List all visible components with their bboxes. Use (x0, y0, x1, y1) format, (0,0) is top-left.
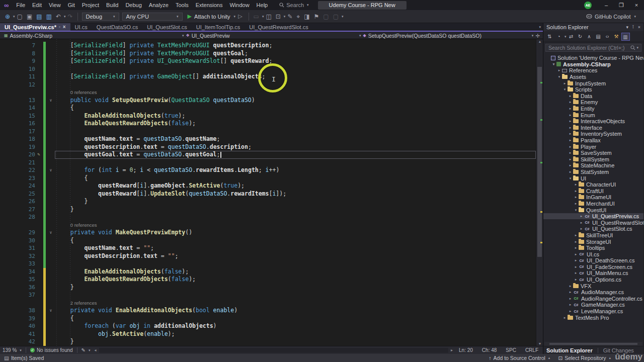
zoom-level-select[interactable]: 139 %▾ (0, 347, 24, 353)
tab-questdataso-cs[interactable]: QuestDataSO.cs (92, 23, 143, 31)
code-line[interactable]: 27 } (0, 206, 536, 214)
chevron-right-icon[interactable]: ▸ (573, 258, 579, 262)
chevron-right-icon[interactable]: ▸ (568, 303, 573, 307)
disabled-tool-icon[interactable]: ▢ (321, 11, 331, 23)
bookmark-icon[interactable]: ⚑ (312, 11, 321, 23)
menu-view[interactable]: View (45, 0, 64, 10)
tree-item-ui-cs[interactable]: ▸C#UI.cs (543, 251, 643, 257)
code-text[interactable]: private void MakeQuestPreviwEmpty() (55, 229, 536, 237)
line-number[interactable]: 15 (0, 112, 35, 120)
tree-item-inventorysystem[interactable]: ▸InventorySystem (543, 131, 643, 137)
line-number[interactable]: 19 (0, 143, 35, 151)
codelens-row[interactable]: 2 references (0, 299, 536, 307)
output-window-icon[interactable]: ◫ (264, 11, 273, 23)
tree-item-references[interactable]: ▸References (543, 67, 643, 74)
code-line[interactable]: 7 [SerializeField] private TextMeshProUG… (0, 42, 536, 50)
preview-selected-items-icon[interactable]: ▥ (621, 33, 630, 41)
code-text[interactable]: } (55, 284, 536, 292)
account-avatar[interactable]: AE (584, 2, 592, 9)
chevron-right-icon[interactable]: ▸ (573, 246, 579, 250)
code-text[interactable]: questName.text = ""; (55, 244, 536, 252)
chevron-right-icon[interactable]: ▸ (568, 100, 573, 104)
line-number[interactable]: 38 (0, 307, 35, 315)
column-indicator[interactable]: Ch: 48 (477, 347, 501, 353)
tree-item-inputsystem[interactable]: ▸InputSystem (543, 80, 643, 86)
editor-horizontal-scrollbar[interactable] (99, 348, 449, 353)
open-file-icon[interactable]: ▣ (25, 11, 34, 23)
code-line[interactable]: 13∨ public void SetupQuestPreviw(QuestDa… (0, 97, 536, 105)
tab-ui-questslot-cs[interactable]: UI_QuestSlot.cs (142, 23, 191, 31)
chevron-right-icon[interactable]: ▸ (568, 132, 573, 136)
tree-item-audiorangecontroller-cs[interactable]: ▸C#AudioRangeController.cs (543, 296, 643, 302)
code-text[interactable]: { (55, 237, 536, 245)
line-number[interactable]: 10 (0, 65, 35, 73)
line-number[interactable]: 33 (0, 260, 35, 268)
menu-debug[interactable]: Debug (122, 0, 145, 10)
code-text[interactable]: EnableQuestRewardObjects(false); (55, 276, 536, 284)
line-number[interactable]: 14 (0, 104, 35, 112)
line-number[interactable]: 23 (0, 174, 35, 183)
code-line[interactable]: 37 (0, 291, 536, 299)
code-cleanup-button[interactable]: ✎▾ (79, 347, 93, 353)
debug-configuration-select[interactable]: Debug▾ (82, 13, 119, 21)
disabled-tool2-icon[interactable]: ▢ (331, 11, 341, 23)
tree-item-ui-questpreviw-cs[interactable]: ▸C#UI_QuestPreviw.cs (543, 213, 643, 220)
tree-item-ui-deathscreen-cs[interactable]: ▸C#UI_DeathScreen.cs (543, 257, 643, 264)
code-line[interactable]: 32 questDescription.text = ""; (0, 252, 536, 260)
chevron-right-icon[interactable]: ▸ (573, 233, 579, 237)
tree-item-audiomanager-cs[interactable]: ▸C#AudioManager.cs (543, 289, 643, 296)
scroll-down-icon[interactable]: ▼ (536, 342, 543, 345)
tree-item-characterui[interactable]: ▸CharacterUI (543, 182, 643, 188)
tree-item-ui-mainmenu-cs[interactable]: ▸C#UI_MainMenu.cs (543, 270, 643, 277)
breakpoints-window-icon[interactable]: ▭ (252, 11, 261, 23)
line-number[interactable]: 31 (0, 244, 35, 252)
tree-item-statemachine[interactable]: ▸StateMachine (543, 162, 643, 169)
line-number[interactable]: 32 (0, 252, 35, 260)
breadcrumb-project[interactable]: ▦ Assembly-CSharp (4, 32, 52, 39)
tree-item-ui-options-cs[interactable]: ▸C#UI_Options.cs (543, 277, 643, 283)
menu-help[interactable]: Help (253, 0, 272, 10)
add-to-source-control-button[interactable]: ↑ Add to Source Control ▴ (489, 355, 550, 361)
code-line[interactable]: 41 obj.SetActive(enable); (0, 330, 536, 338)
explorer-horizontal-scrollbar[interactable] (544, 342, 642, 346)
line-number[interactable]: 11 (0, 73, 35, 81)
github-copilot-button[interactable]: GitHub Copilot ▾ (586, 14, 641, 20)
chevron-right-icon[interactable]: ▸ (568, 170, 573, 174)
code-text[interactable]: EnableAdditonalObjects(false); (55, 268, 536, 276)
code-line[interactable]: 23 { (0, 174, 536, 183)
line-number[interactable]: 40 (0, 322, 35, 330)
copilot-dropdown-icon[interactable]: ▾ (634, 15, 636, 19)
tree-item-interface[interactable]: ▸Interface (543, 125, 643, 131)
code-text[interactable]: questReward[i].gameObject.SetActive(true… (55, 182, 536, 190)
chevron-right-icon[interactable]: ▸ (568, 309, 573, 313)
tree-item-skilltreeui[interactable]: ▸SkillTreeUI (543, 232, 643, 239)
code-line[interactable]: 20✎ questGoal.text = questDataSO.questGo… (0, 151, 536, 159)
search-box[interactable]: Search ▾ (274, 2, 313, 8)
solution-explorer-header[interactable]: Solution Explorer ▾ ⊺ × (543, 23, 643, 31)
tab-ui-questrewardslot-cs[interactable]: UI_QuestRewardSlot.cs (245, 23, 312, 31)
tree-item-merchantui[interactable]: ▸MerchantUI (543, 201, 643, 207)
chevron-right-icon[interactable]: ▸ (573, 252, 579, 256)
menu-tools[interactable]: Tools (172, 0, 192, 10)
chevron-right-icon[interactable]: ▸ (568, 138, 573, 142)
indent-icon[interactable]: ◨ (302, 11, 311, 23)
window-position-icon[interactable]: ▾ (626, 25, 629, 30)
code-text[interactable]: public void SetupQuestPreviw(QuestDataSO… (55, 97, 536, 105)
code-line[interactable]: 42 } (0, 338, 536, 346)
tree-item-questui[interactable]: ▾QuestUI (543, 207, 643, 213)
tree-item-gamemanager-cs[interactable]: ▸C#GameManager.cs (543, 302, 643, 308)
line-number[interactable]: 42 (0, 338, 35, 346)
codelens-text[interactable]: 2 references (55, 299, 536, 307)
line-number[interactable]: 26 (0, 198, 35, 206)
code-text[interactable]: [SerializeField] private TextMeshProUGUI… (55, 50, 536, 58)
line-indicator[interactable]: Ln: 20 (454, 347, 477, 353)
add-new-item-icon[interactable]: ⊕ (3, 11, 12, 23)
chevron-right-icon[interactable]: ▸ (568, 163, 573, 167)
code-line[interactable]: 8 [SerializeField] private TextMeshProUG… (0, 50, 536, 58)
pending-changes-filter-icon-dropdown[interactable]: ▾ (565, 35, 567, 39)
codelens-text[interactable]: 0 references (55, 221, 536, 229)
search-options-icon[interactable]: ▾ (636, 46, 638, 50)
code-line[interactable]: 19 questDescription.text = questDataSO.d… (0, 143, 536, 151)
tree-item-storageui[interactable]: ▸StorageUI (543, 238, 643, 245)
code-line[interactable]: 33 (0, 260, 536, 268)
